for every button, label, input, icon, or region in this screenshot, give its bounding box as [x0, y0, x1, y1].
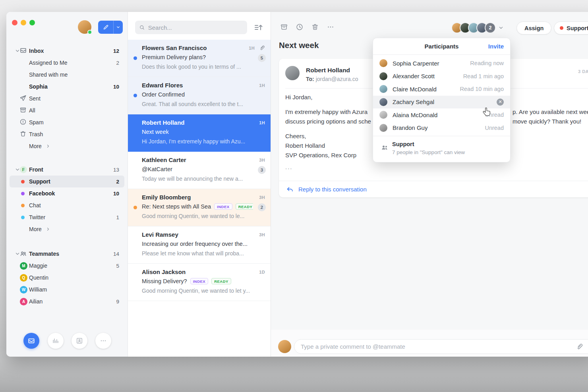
- sidebar-item-inbox[interactable]: Inbox12: [6, 45, 128, 57]
- participant-row-claire-mcdonald[interactable]: Claire McDonaldRead 10 min ago: [373, 83, 510, 96]
- sidebar-item-maggie[interactable]: MMaggie5: [6, 260, 128, 272]
- sidebar-item-sophia[interactable]: Sophia10: [6, 81, 128, 93]
- sidebar-item-label: Support: [29, 178, 50, 185]
- sort-button[interactable]: [254, 23, 263, 32]
- participants-title: Participants: [425, 43, 459, 50]
- close-window-button[interactable]: [12, 20, 17, 25]
- private-comment-input[interactable]: [294, 339, 588, 354]
- expand-trimmed-content-button[interactable]: ...: [285, 164, 293, 170]
- list-row-flowers-san-francisco[interactable]: Flowers San Francisco1HPremium Delivery …: [128, 40, 271, 77]
- inbox-color-dot: [21, 204, 25, 207]
- subject-text: Missing Delivery?: [142, 278, 187, 284]
- reply-bar[interactable]: Reply to this conversation: [279, 181, 588, 197]
- attach-file-button[interactable]: [575, 342, 584, 351]
- sidebar-item-front[interactable]: FFront13: [6, 164, 128, 176]
- contacts-nav-button[interactable]: [72, 333, 87, 349]
- list-row-alison-jackson[interactable]: Alison Jackson1DMissing Delivery?INDEXRE…: [128, 264, 271, 301]
- list-row-time: 1H: [259, 83, 265, 88]
- more-nav-button[interactable]: [95, 333, 111, 349]
- list-row-robert-holland[interactable]: Robert Holland1HNext weekHi Jordan, I'm …: [128, 114, 271, 152]
- list-row-subject: Missing Delivery?INDEXREADY: [142, 278, 253, 284]
- tag-ready: READY: [211, 278, 231, 284]
- search-input[interactable]: [147, 24, 243, 31]
- zoom-window-button[interactable]: [29, 20, 35, 25]
- sidebar-item-spam[interactable]: Spam: [6, 116, 128, 128]
- conversation-toolbar: [280, 23, 335, 31]
- teammate-avatar-badge: W: [20, 286, 27, 294]
- participant-avatar: [379, 59, 387, 67]
- sidebar-item-shared-with-me[interactable]: Shared with me: [6, 69, 128, 81]
- paperclip-icon: [259, 44, 266, 52]
- sidebar-item-teammates[interactable]: Teammates14: [6, 248, 128, 260]
- sidebar-item-more[interactable]: More: [6, 140, 128, 152]
- participant-avatar: [379, 111, 387, 119]
- footer-inbox-name: Support: [392, 141, 414, 147]
- sidebar-item-label: Assigned to Me: [29, 60, 68, 66]
- participant-row-sophia-carpenter[interactable]: Sophia CarpenterReading now: [373, 57, 510, 70]
- sidebar-item-label: Spam: [29, 119, 44, 126]
- paperclip-icon: [575, 342, 584, 351]
- compose-dropdown-chevron-icon[interactable]: [114, 25, 123, 29]
- list-row-edward-flores[interactable]: Edward Flores1HOrder ConfirmedGreat. Tha…: [128, 77, 271, 114]
- archive-button[interactable]: [280, 23, 288, 31]
- sidebar-item-label: Ailian: [29, 298, 43, 305]
- participant-row-alexander-scott[interactable]: Alexander ScottRead 1 min ago: [373, 70, 510, 83]
- signature-line-3: SVP Operations, Rex Corp: [285, 152, 356, 158]
- sidebar-item-assigned-to-me[interactable]: Assigned to Me2: [6, 57, 128, 69]
- chevron-down-icon[interactable]: [15, 167, 20, 172]
- sidebar-item-all[interactable]: All: [6, 104, 128, 116]
- sidebar-group-inbox: Inbox12Assigned to Me2Shared with meSoph…: [6, 45, 128, 152]
- more-actions-button[interactable]: [327, 23, 335, 31]
- participant-row-brandon-guy[interactable]: Brandon GuyUnread: [373, 122, 510, 135]
- sidebar-item-label: Sophia: [29, 83, 48, 90]
- send-icon: [19, 95, 27, 102]
- sidebar-item-facebook[interactable]: Facebook10: [6, 187, 128, 199]
- teammates-icon: [19, 250, 27, 258]
- list-row-levi-ramsey[interactable]: Levi Ramsey3HIncreasing our order freque…: [128, 226, 271, 264]
- sidebar-item-label: Chat: [29, 202, 41, 209]
- conversation-list-pane: Flowers San Francisco1HPremium Delivery …: [128, 12, 271, 357]
- sidebar-item-william[interactable]: WWilliam: [6, 284, 128, 295]
- inbox-nav-button[interactable]: [23, 333, 39, 349]
- analytics-nav-button[interactable]: [48, 333, 64, 349]
- participant-row-zachary-sehgal[interactable]: Zachary Sehgal✕: [373, 96, 510, 109]
- signature-line-2: Robert Holland: [285, 142, 325, 149]
- archive-icon: [280, 23, 288, 31]
- sidebar-item-ailian[interactable]: AAilian9: [6, 295, 128, 307]
- user-avatar[interactable]: [78, 20, 91, 34]
- unread-count: 2: [116, 60, 119, 66]
- invite-link[interactable]: Invite: [488, 43, 504, 50]
- list-row-kathleen-carter[interactable]: Kathleen Carter3H@KatCarter3Today we wil…: [128, 152, 271, 189]
- assign-button[interactable]: Assign: [516, 21, 551, 35]
- participant-avatar: [379, 85, 387, 93]
- inbox-chip-support[interactable]: Support: [554, 21, 588, 35]
- message-count-badge: 5: [258, 54, 266, 62]
- compose-button[interactable]: [98, 21, 123, 34]
- search-bar[interactable]: [135, 21, 247, 34]
- inbox-color-dot: [21, 192, 25, 195]
- sidebar-item-more[interactable]: More: [6, 223, 128, 235]
- remove-participant-button[interactable]: ✕: [497, 98, 504, 106]
- list-row-subject: Order Confirmed: [142, 91, 253, 98]
- sidebar-item-support[interactable]: Support2: [6, 176, 128, 187]
- list-row-sender: Flowers San Francisco: [142, 44, 207, 51]
- minimize-window-button[interactable]: [21, 20, 26, 25]
- reply-link[interactable]: Reply to this conversation: [298, 186, 367, 193]
- sidebar-item-twitter[interactable]: Twitter1: [6, 211, 128, 223]
- unread-count: 5: [116, 263, 119, 269]
- snooze-button[interactable]: [296, 23, 304, 31]
- list-row-emily-bloomberg[interactable]: Emily Bloomberg3HRe: Next steps with All…: [128, 189, 271, 226]
- participants-avatar-stack[interactable]: 2: [451, 22, 504, 33]
- sidebar-item-trash[interactable]: Trash: [6, 128, 128, 140]
- sidebar-item-sent[interactable]: Sent: [6, 93, 128, 104]
- message-body-line1-left: I'm extremely happy with Azura: [285, 108, 368, 115]
- sidebar-group-front: FFront13Support2Facebook10ChatTwitter1Mo…: [6, 164, 128, 235]
- message-body-line2-right: move quickly? Thank you!: [513, 118, 581, 125]
- sidebar-item-label: Twitter: [29, 214, 45, 220]
- sidebar-item-quentin[interactable]: QQuentin: [6, 272, 128, 284]
- participant-name: Zachary Sehgal: [393, 98, 434, 105]
- participant-name: Alexander Scott: [393, 73, 435, 79]
- sidebar-item-chat[interactable]: Chat: [6, 199, 128, 211]
- list-row-time: 1H: [259, 120, 265, 125]
- trash-button[interactable]: [311, 23, 319, 31]
